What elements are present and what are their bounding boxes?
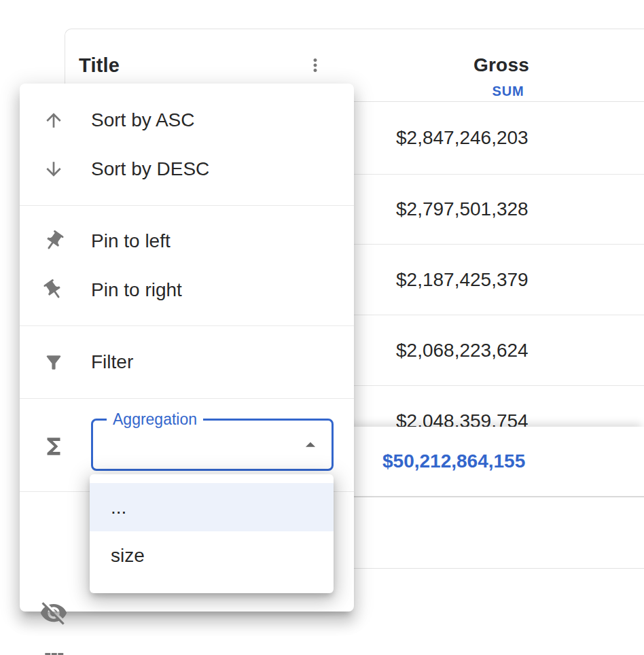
- more-vert-icon: [305, 55, 325, 75]
- menu-item-pin-left[interactable]: Pin to left: [20, 217, 354, 266]
- aggregation-select-label: Aggregation: [107, 410, 203, 429]
- arrow-up-icon: [42, 109, 65, 131]
- columns-icon[interactable]: [41, 648, 67, 655]
- gross-sum-value: $50,212,864,155: [382, 450, 525, 472]
- menu-item-label: Sort by ASC: [91, 109, 195, 131]
- menu-item-label: Sort by DESC: [91, 158, 209, 180]
- menu-item-sort-desc[interactable]: Sort by DESC: [20, 145, 354, 194]
- menu-divider: [20, 205, 354, 206]
- arrow-down-icon: [42, 158, 65, 180]
- column-menu-button[interactable]: [304, 54, 326, 76]
- menu-item-sort-asc[interactable]: Sort by ASC: [20, 96, 354, 145]
- aggregation-sum-badge: SUM: [493, 84, 524, 99]
- gross-cell[interactable]: $2,847,246,203: [396, 127, 529, 149]
- aggregation-option-none[interactable]: ...: [90, 483, 334, 531]
- column-menu: Sort by ASC Sort by DESC Pin to left Pin…: [20, 84, 354, 612]
- menu-item-filter[interactable]: Filter: [20, 338, 354, 387]
- gross-cell[interactable]: $2,797,501,328: [396, 198, 529, 220]
- filter-icon: [42, 352, 65, 373]
- aggregation-option-size[interactable]: size: [90, 531, 334, 580]
- arrow-drop-up-icon[interactable]: [299, 433, 322, 457]
- sigma-icon: [41, 433, 67, 459]
- gross-cell[interactable]: $2,187,425,379: [396, 269, 529, 291]
- pin-left-icon: [42, 230, 65, 253]
- visibility-off-icon[interactable]: [39, 599, 68, 627]
- pin-right-icon: [42, 279, 65, 302]
- page: Title Gross SUM $2,847,246,203 $2,797,50…: [0, 0, 644, 655]
- column-header-gross[interactable]: Gross: [473, 54, 529, 76]
- menu-item-label: Pin to left: [91, 230, 171, 252]
- menu-item-label: Pin to right: [91, 279, 182, 301]
- aggregation-select[interactable]: Aggregation: [91, 419, 334, 471]
- gross-cell[interactable]: $2,068,223,624: [396, 340, 529, 361]
- menu-divider: [20, 325, 354, 326]
- menu-divider: [20, 398, 354, 399]
- menu-item-pin-right[interactable]: Pin to right: [20, 266, 354, 315]
- aggregation-listbox: ... size: [90, 474, 334, 593]
- column-header-title[interactable]: Title: [79, 54, 120, 77]
- menu-item-label: Filter: [91, 351, 133, 373]
